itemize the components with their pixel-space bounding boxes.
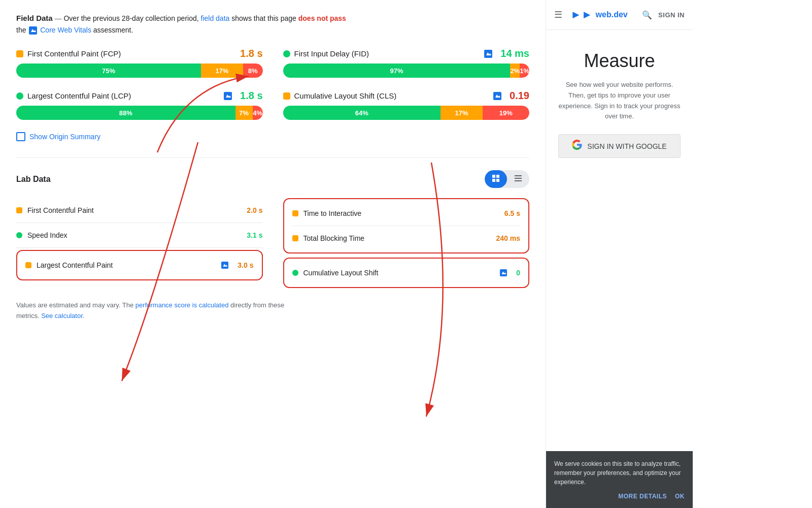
cookie-actions: MORE DETAILS OK [554, 493, 685, 500]
field-metrics-grid: First Contentful Paint (FCP) 1.8 s 75% 1… [16, 48, 529, 120]
ok-button[interactable]: OK [675, 493, 685, 500]
footer-text-1: Values are estimated and may vary. The [16, 301, 133, 309]
lab-cls-indicator [292, 270, 298, 276]
lcp-cwv-icon [224, 92, 232, 100]
fcp-value: 1.8 s [240, 48, 262, 59]
calculator-link[interactable]: See calculator. [41, 312, 84, 320]
lcp-value: 1.8 s [240, 90, 262, 102]
cls-indicator [283, 92, 290, 100]
toggle-grid-btn[interactable] [485, 170, 507, 188]
svg-rect-4 [492, 175, 495, 178]
search-icon[interactable]: 🔍 [642, 10, 652, 20]
cls-name: Cumulative Layout Shift (CLS) [294, 91, 490, 100]
lab-lcp-highlighted-box: Largest Contentful Paint 3.0 s [16, 250, 263, 280]
google-signin-button[interactable]: SIGN IN WITH GOOGLE [558, 134, 681, 158]
lcp-bar-red: 4% [253, 106, 263, 120]
cls-value: 0.19 [510, 90, 529, 102]
lab-tbt-indicator [292, 235, 298, 241]
cls-bar: 64% 17% 19% [283, 106, 530, 120]
fcp-bar-red: 8% [243, 64, 263, 78]
logo-text: web.dev [596, 10, 628, 19]
cwv-icon-header [29, 26, 37, 35]
lab-metric-lcp: Largest Contentful Paint 3.0 s [25, 253, 254, 277]
fcp-bar-orange: 17% [201, 64, 243, 78]
fcp-name: First Contentful Paint (FCP) [27, 49, 236, 58]
cls-cwv-icon [493, 92, 501, 100]
lcp-bar-orange: 7% [235, 106, 253, 120]
cookie-banner: We serve cookies on this site to analyze… [546, 451, 693, 508]
svg-rect-10 [515, 180, 522, 181]
metric-card-cls: Cumulative Layout Shift (CLS) 0.19 64% 1… [283, 90, 530, 120]
view-toggle[interactable] [485, 170, 529, 188]
cookie-text: We serve cookies on this site to analyze… [554, 459, 685, 487]
lab-tbt-value: 240 ms [496, 234, 520, 242]
fcp-bar-green: 75% [16, 64, 201, 78]
svg-rect-5 [496, 175, 499, 178]
svg-rect-8 [515, 175, 522, 176]
fcp-indicator [16, 50, 23, 57]
perf-score-link[interactable]: performance score is calculated [136, 301, 229, 309]
measure-title: Measure [558, 50, 681, 72]
fid-cwv-icon [484, 50, 492, 58]
show-origin-summary[interactable]: Show Origin Summary [16, 132, 529, 141]
lab-fcp-value: 2.0 s [247, 206, 262, 214]
lcp-indicator [16, 92, 23, 100]
lab-fcp-indicator [16, 207, 22, 213]
sidebar-actions: 🔍 SIGN IN [642, 10, 685, 20]
cwv-link[interactable]: Core Web Vitals [40, 26, 91, 34]
fid-bar-green: 97% [283, 64, 511, 78]
logo-arrow-icon: ►► [570, 8, 593, 21]
lab-cls-value: 0 [516, 269, 520, 277]
lcp-name: Largest Contentful Paint (LCP) [27, 91, 220, 100]
origin-summary-checkbox[interactable] [16, 132, 25, 141]
sidebar-top-bar: ☰ ►► web.dev 🔍 SIGN IN [546, 0, 693, 30]
metric-card-lcp: Largest Contentful Paint (LCP) 1.8 s 88%… [16, 90, 263, 120]
lab-metric-fcp: First Contentful Paint 2.0 s [16, 198, 263, 223]
lab-fcp-name: First Contentful Paint [27, 206, 242, 214]
lab-metric-cls: Cumulative Layout Shift 0 [292, 261, 521, 285]
field-data-link[interactable]: field data [201, 14, 230, 22]
sidebar-logo[interactable]: ►► web.dev [570, 8, 628, 21]
metric-card-fcp: First Contentful Paint (FCP) 1.8 s 75% 1… [16, 48, 263, 78]
footer-note: Values are estimated and may vary. The p… [16, 300, 529, 322]
fid-indicator [283, 50, 290, 57]
lab-cls-highlighted-box: Cumulative Layout Shift 0 [283, 258, 530, 288]
field-data-title: Field Data [16, 14, 53, 22]
cls-bar-orange: 17% [441, 106, 483, 120]
menu-icon[interactable]: ☰ [554, 9, 562, 20]
svg-rect-9 [515, 178, 522, 179]
lab-metric-tti: Time to Interactive 6.5 s [292, 201, 521, 226]
field-data-section: Field Data — Over the previous 28-day co… [16, 12, 529, 36]
field-data-description-before: Over the previous 28-day collection peri… [63, 14, 198, 22]
lab-tti-indicator [292, 210, 298, 216]
lab-metrics-grid: First Contentful Paint 2.0 s Speed Index… [16, 198, 529, 288]
lab-lcp-indicator [25, 262, 31, 268]
lab-tbt-name: Total Blocking Time [303, 234, 491, 242]
lab-tti-tbt-highlighted-box: Time to Interactive 6.5 s Total Blocking… [283, 198, 530, 253]
sign-in-text[interactable]: SIGN IN [658, 11, 685, 19]
sidebar-nav: ☰ ►► web.dev [554, 8, 628, 21]
lab-metric-tbt: Total Blocking Time 240 ms [292, 226, 521, 250]
fid-value: 14 ms [500, 48, 529, 59]
lab-cls-name: Cumulative Layout Shift [303, 269, 493, 277]
cls-bar-green: 64% [283, 106, 441, 120]
lcp-bar-green: 88% [16, 106, 235, 120]
metric-card-fid: First Input Delay (FID) 14 ms 97% 2% 1% [283, 48, 530, 78]
measure-desc: See how well your website performs. Then… [558, 80, 681, 122]
toggle-list-btn[interactable] [507, 170, 529, 188]
lab-metrics-right: Time to Interactive 6.5 s Total Blocking… [283, 198, 530, 288]
lab-lcp-cwv-icon [221, 262, 228, 269]
lab-si-name: Speed Index [27, 231, 242, 239]
fid-bar-orange: 2% [510, 64, 520, 78]
fid-name: First Input Delay (FID) [294, 49, 481, 58]
more-details-button[interactable]: MORE DETAILS [618, 493, 667, 500]
field-data-fail: does not pass [298, 14, 346, 22]
field-data-dash: — [55, 14, 62, 22]
lab-metric-si: Speed Index 3.1 s [16, 223, 263, 248]
fid-bar: 97% 2% 1% [283, 64, 530, 78]
origin-summary-label[interactable]: Show Origin Summary [29, 133, 100, 141]
sidebar-content: Measure See how well your website perfor… [546, 30, 693, 170]
lab-si-value: 3.1 s [247, 231, 262, 239]
cls-bar-red: 19% [483, 106, 529, 120]
lab-lcp-name: Largest Contentful Paint [37, 261, 214, 269]
